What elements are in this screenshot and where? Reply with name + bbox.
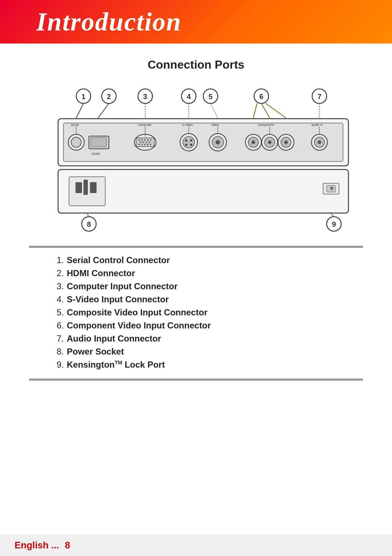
svg-point-23: [147, 144, 148, 145]
connector-label-8: Power Socket: [67, 347, 124, 357]
svg-line-81: [253, 103, 257, 118]
svg-text:4: 4: [187, 93, 191, 101]
connector-label-3: Computer Input Connector: [67, 281, 177, 291]
connector-label-5: Composite Video Input Connector: [67, 307, 208, 318]
svg-line-89: [87, 214, 89, 217]
svg-text:9: 9: [332, 220, 336, 228]
svg-point-53: [318, 140, 321, 144]
svg-point-11: [138, 139, 140, 141]
list-item: 4. S-Video Input Connector: [51, 294, 341, 304]
list-item: 8. Power Socket: [51, 347, 341, 357]
svg-point-15: [150, 139, 151, 141]
svg-point-29: [185, 139, 187, 142]
svg-line-69: [98, 103, 109, 118]
svg-rect-7: [91, 138, 107, 147]
svg-text:8: 8: [87, 220, 91, 228]
svg-point-45: [268, 140, 271, 144]
list-item: 7. Audio Input Connector: [51, 334, 341, 344]
svg-text:6: 6: [259, 93, 263, 101]
svg-point-12: [141, 139, 143, 141]
svg-rect-59: [83, 180, 88, 195]
svg-point-3: [71, 137, 81, 147]
connector-label-7: Audio Input Connector: [67, 334, 161, 344]
svg-text:3: 3: [143, 93, 147, 101]
svg-point-32: [190, 144, 192, 146]
svg-point-31: [185, 144, 187, 146]
connector-label-2: HDMI Connector: [67, 268, 135, 278]
svg-rect-10: [136, 138, 154, 147]
bottom-divider: [29, 379, 363, 381]
svg-point-18: [146, 142, 147, 143]
svg-rect-60: [90, 182, 97, 193]
list-item: 9. KensingtonTM Lock Port: [51, 360, 341, 370]
footer: English ... 8: [0, 534, 392, 556]
svg-point-24: [150, 144, 151, 145]
list-item: 3. Computer Input Connector: [51, 281, 341, 291]
svg-point-13: [144, 139, 146, 141]
list-item: 2. HDMI Connector: [51, 268, 341, 278]
svg-point-30: [190, 139, 192, 142]
connector-label-6: Component Video Input Connector: [67, 320, 211, 331]
svg-point-16: [140, 142, 141, 143]
svg-text:7: 7: [317, 93, 321, 101]
list-item: 5. Composite Video Input Connector: [51, 307, 341, 318]
connector-label-9: KensingtonTM Lock Port: [67, 360, 165, 370]
footer-page: 8: [65, 540, 70, 551]
footer-language: English ...: [15, 540, 59, 551]
section-title: Connection Ports: [29, 58, 363, 71]
svg-text:audio in: audio in: [311, 123, 323, 127]
svg-text:s-video: s-video: [182, 123, 193, 127]
svg-text:video: video: [211, 123, 219, 127]
svg-point-14: [147, 139, 148, 141]
svg-point-20: [138, 144, 140, 145]
svg-rect-63: [330, 187, 333, 190]
connector-list: 1. Serial Control Connector 2. HDMI Conn…: [29, 255, 363, 370]
svg-point-19: [148, 142, 150, 143]
svg-point-21: [141, 144, 143, 145]
page-header: Introduction: [0, 0, 392, 44]
svg-text:2: 2: [107, 93, 111, 101]
svg-point-22: [144, 144, 146, 145]
main-content: Connection Ports serial HDMI: [0, 44, 392, 402]
svg-point-17: [143, 142, 144, 143]
connector-label-1: Serial Control Connector: [67, 255, 170, 265]
svg-text:serial: serial: [71, 123, 79, 127]
connection-ports-diagram: serial HDMI computer: [36, 82, 356, 235]
svg-line-92: [331, 214, 334, 217]
list-item: 1. Serial Control Connector: [51, 255, 341, 265]
top-divider: [29, 246, 363, 248]
svg-line-78: [211, 103, 218, 118]
svg-text:HDMI: HDMI: [91, 152, 100, 156]
svg-text:component: component: [258, 123, 274, 127]
connector-label-4: S-Video Input Connector: [67, 294, 169, 304]
list-item: 6. Component Video Input Connector: [51, 320, 341, 331]
svg-rect-58: [75, 182, 82, 193]
svg-point-28: [183, 136, 195, 148]
diagram-container: serial HDMI computer: [29, 82, 363, 235]
svg-line-66: [76, 103, 83, 118]
svg-point-37: [216, 140, 220, 144]
svg-text:1: 1: [81, 93, 85, 101]
svg-text:computer: computer: [138, 123, 152, 127]
svg-point-42: [252, 140, 255, 144]
svg-text:5: 5: [208, 93, 212, 101]
page-title: Introduction: [36, 7, 181, 37]
svg-point-48: [284, 140, 288, 144]
